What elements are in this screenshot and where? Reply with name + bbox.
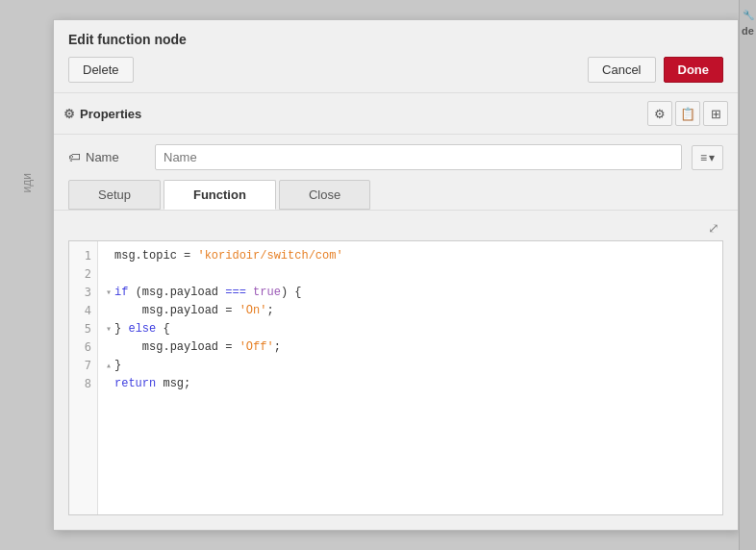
edit-function-dialog: Edit function node Delete Cancel Done ⚙ …: [53, 19, 739, 531]
right-icon-top[interactable]: 🔧: [742, 8, 755, 21]
line-num-6: 6: [69, 338, 97, 357]
code-line-3: ▾ if (msg.payload === true) {: [106, 284, 715, 302]
left-sidebar: иди: [0, 0, 53, 550]
line-num-3: 3: [69, 284, 97, 302]
line-numbers: 1 2 3 4 5 6 7 8: [69, 241, 98, 514]
dialog-header: Edit function node Delete Cancel Done: [54, 20, 738, 93]
doc-icon-btn[interactable]: 📋: [675, 101, 700, 126]
tag-icon: 🏷: [68, 150, 81, 164]
code-area-wrapper: ⤢ 1 2 3 4 5 6 7 8 msg.topic = 'koridoi: [54, 211, 738, 530]
fold-6: [106, 338, 112, 357]
fold-3[interactable]: ▾: [106, 284, 112, 302]
expand-button[interactable]: ⤢: [704, 218, 723, 238]
line-num-8: 8: [69, 375, 97, 393]
name-label: 🏷 Name: [68, 150, 145, 164]
tab-close[interactable]: Close: [279, 180, 370, 210]
fold-5[interactable]: ▾: [106, 320, 112, 338]
line-num-5: 5: [69, 320, 97, 338]
dialog-toolbar: Delete Cancel Done: [68, 57, 723, 83]
cancel-button[interactable]: Cancel: [588, 57, 655, 83]
fold-8: [106, 375, 112, 393]
pin-icon: 🔧: [743, 10, 754, 20]
right-sidebar: 🔧 de: [739, 0, 756, 550]
line-num-4: 4: [69, 302, 97, 320]
chevron-down-icon: ▾: [709, 151, 715, 164]
properties-label: Properties: [80, 107, 141, 121]
line-num-2: 2: [69, 265, 97, 284]
fold-4: [106, 302, 112, 320]
done-button[interactable]: Done: [664, 57, 724, 83]
delete-button[interactable]: Delete: [68, 57, 134, 83]
properties-title: ⚙ Properties: [63, 107, 237, 121]
code-line-4: msg.payload = 'On';: [106, 302, 715, 320]
gear-icon: ⚙: [63, 107, 75, 121]
right-label: de: [742, 25, 754, 37]
code-lines[interactable]: msg.topic = 'koridoir/switch/com' ▾ if (…: [98, 241, 722, 514]
fold-2: [106, 265, 112, 284]
settings-icon-btn[interactable]: ⚙: [647, 101, 672, 126]
properties-bar: ⚙ Properties ⚙ 📋 ⊞: [54, 93, 738, 135]
format-icon: ≡: [700, 151, 707, 164]
layout-icon-btn[interactable]: ⊞: [703, 101, 728, 126]
code-line-1: msg.topic = 'koridoir/switch/com': [106, 247, 715, 265]
screen: иди Edit function node Delete Cancel Don…: [0, 0, 756, 550]
code-line-8: return msg;: [106, 375, 715, 393]
name-input[interactable]: [155, 144, 682, 170]
left-sidebar-text: иди: [20, 173, 34, 192]
code-line-2: [106, 265, 715, 284]
name-label-text: Name: [86, 150, 119, 164]
code-line-6: msg.payload = 'Off';: [106, 338, 715, 357]
tabs-row: Setup Function Close: [54, 180, 738, 211]
name-row: 🏷 Name ≡ ▾: [54, 135, 738, 180]
dialog-title: Edit function node: [68, 32, 723, 47]
tab-setup[interactable]: Setup: [68, 180, 161, 210]
code-line-7: ▴ }: [106, 357, 715, 375]
line-num-1: 1: [69, 247, 97, 265]
fold-7[interactable]: ▴: [106, 357, 112, 375]
code-editor[interactable]: 1 2 3 4 5 6 7 8 msg.topic = 'koridoir/sw…: [68, 240, 723, 515]
tab-function[interactable]: Function: [164, 180, 276, 210]
line-num-7: 7: [69, 357, 97, 375]
format-button[interactable]: ≡ ▾: [692, 145, 723, 170]
code-line-5: ▾ } else {: [106, 320, 715, 338]
fold-1: [106, 247, 112, 265]
